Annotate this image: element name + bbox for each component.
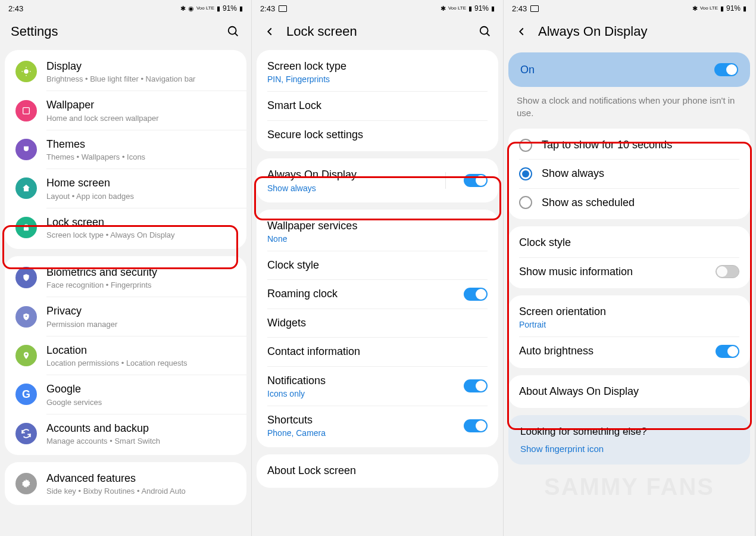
row-sub: Layout • App icon badges	[46, 192, 236, 201]
battery-percent: 91%	[474, 4, 489, 13]
row-title: Smart Lock	[267, 99, 488, 113]
settings-item-home[interactable]: Home screen Layout • App icon badges	[5, 169, 246, 207]
status-bar: 2:43 ✱ Voo LTE ▮ 91% ▮	[504, 0, 755, 17]
toggle-separator	[445, 172, 446, 189]
svg-point-0	[229, 27, 236, 35]
page-title: Settings	[11, 24, 217, 39]
phone-lock-screen: 2:43 ✱ Voo LTE ▮ 91% ▮ Lock screen Scree…	[252, 0, 504, 536]
search-icon	[479, 25, 492, 38]
row-sub: Screen lock type • Always On Display	[46, 230, 236, 239]
settings-header: Settings	[0, 17, 251, 50]
settings-item-biometrics[interactable]: Biometrics and security Face recognition…	[5, 258, 246, 297]
back-button[interactable]	[263, 24, 277, 39]
item-contact-info[interactable]: Contact information	[257, 338, 498, 366]
notif-toggle[interactable]	[464, 379, 488, 392]
settings-item-advanced[interactable]: Advanced features Side key • Bixby Routi…	[5, 465, 246, 503]
item-notifications[interactable]: Notifications Icons only	[257, 367, 498, 406]
row-title: Display	[46, 60, 236, 73]
settings-item-themes[interactable]: Themes Themes • Wallpapers • Icons	[5, 130, 246, 169]
row-sub: Phone, Camera	[267, 428, 454, 438]
item-music-info[interactable]: Show music information	[508, 258, 750, 286]
settings-item-lock-screen[interactable]: Lock screen Screen lock type • Always On…	[5, 208, 246, 247]
row-sub: Manage accounts • Smart Switch	[46, 437, 236, 445]
item-roaming-clock[interactable]: Roaming clock	[257, 280, 498, 308]
master-toggle[interactable]	[714, 63, 738, 76]
aod-header: Always On Display	[504, 17, 755, 50]
battery-percent: 91%	[223, 4, 237, 13]
item-screen-lock-type[interactable]: Screen lock type PIN, Fingerprints	[257, 52, 498, 91]
svg-point-2	[24, 69, 29, 74]
radio-label: Tap to show for 10 seconds	[542, 138, 739, 152]
radio-show-scheduled[interactable]: Show as scheduled	[508, 189, 750, 217]
looking-link[interactable]: Show fingerprint icon	[520, 444, 738, 454]
back-button[interactable]	[514, 24, 529, 39]
signal-icon: ▮	[217, 5, 220, 13]
master-toggle-card[interactable]: On	[508, 52, 750, 87]
page-title: Lock screen	[286, 24, 468, 39]
radio-show-always[interactable]: Show always	[508, 160, 750, 188]
aod-group-3: Screen orientation Portrait Auto brightn…	[508, 295, 750, 368]
on-label: On	[520, 64, 535, 76]
settings-item-accounts[interactable]: Accounts and backup Manage accounts • Sm…	[5, 415, 246, 453]
radio-icon	[519, 196, 532, 209]
music-toggle[interactable]	[716, 265, 739, 278]
item-clock-style[interactable]: Clock style	[257, 251, 498, 279]
radio-label: Show always	[542, 167, 739, 180]
row-title: Screen orientation	[519, 305, 739, 319]
row-sub: Portrait	[519, 320, 739, 329]
row-title: Wallpaper	[46, 98, 236, 112]
home-icon	[21, 183, 31, 193]
radio-tap-to-show[interactable]: Tap to show for 10 seconds	[508, 131, 750, 159]
shortcuts-toggle[interactable]	[464, 419, 488, 432]
screenshot-icon	[530, 5, 539, 12]
item-widgets[interactable]: Widgets	[257, 309, 498, 337]
row-title: Screen lock type	[267, 60, 488, 73]
settings-item-display[interactable]: Display Brightness • Blue light filter •…	[5, 52, 246, 91]
row-sub: PIN, Fingerprints	[267, 74, 488, 84]
location-status-icon: ◉	[188, 5, 194, 13]
row-sub: Show always	[267, 183, 436, 193]
svg-point-12	[480, 27, 488, 35]
item-wallpaper-services[interactable]: Wallpaper services None	[257, 212, 498, 251]
item-about-aod[interactable]: About Always On Display	[508, 378, 750, 406]
row-sub: Brightness • Blue light filter • Navigat…	[46, 74, 236, 83]
sync-icon	[21, 428, 32, 439]
row-sub: Google services	[46, 398, 236, 407]
item-auto-brightness[interactable]: Auto brightness	[508, 337, 750, 365]
aod-description: Show a clock and notifications when your…	[504, 94, 755, 129]
settings-item-location[interactable]: Location Location permissions • Location…	[5, 336, 246, 375]
search-button[interactable]	[226, 24, 240, 39]
lock-group-2: Wallpaper services None Clock style Roam…	[257, 210, 498, 448]
row-title: Shortcuts	[267, 413, 454, 427]
settings-item-google[interactable]: G Google Google services	[5, 375, 246, 413]
settings-item-privacy[interactable]: Privacy Permission manager	[5, 297, 246, 335]
row-title: Accounts and backup	[46, 422, 236, 435]
item-about-lock[interactable]: About Lock screen	[257, 457, 498, 485]
location-icon	[22, 350, 30, 361]
themes-icon	[21, 145, 31, 154]
brightness-toggle[interactable]	[716, 345, 739, 358]
item-secure-lock[interactable]: Secure lock settings	[257, 121, 498, 149]
item-smart-lock[interactable]: Smart Lock	[257, 92, 498, 120]
row-title: Home screen	[46, 176, 236, 190]
roaming-toggle[interactable]	[464, 288, 488, 301]
aod-toggle[interactable]	[464, 174, 488, 187]
item-orientation[interactable]: Screen orientation Portrait	[508, 298, 750, 336]
google-icon: G	[15, 384, 37, 405]
row-title: Auto brightness	[519, 344, 706, 358]
chevron-left-icon	[515, 25, 528, 38]
settings-item-wallpaper[interactable]: Wallpaper Home and lock screen wallpaper	[5, 91, 246, 129]
item-shortcuts[interactable]: Shortcuts Phone, Camera	[257, 406, 498, 445]
row-title: Google	[46, 382, 236, 396]
row-title: Show music information	[519, 265, 706, 279]
row-title: Privacy	[46, 304, 236, 318]
wallpaper-icon	[21, 106, 31, 116]
battery-icon: ▮	[491, 5, 495, 13]
svg-rect-8	[24, 227, 29, 230]
status-bar: 2:43 ✱ ◉ Voo LTE ▮ 91% ▮	[0, 0, 251, 17]
item-always-on-display[interactable]: Always On Display Show always	[257, 161, 498, 200]
row-title: Clock style	[519, 236, 739, 250]
item-clock-style[interactable]: Clock style	[508, 229, 750, 257]
network-indicator: Voo LTE	[448, 6, 466, 11]
search-button[interactable]	[478, 24, 492, 39]
